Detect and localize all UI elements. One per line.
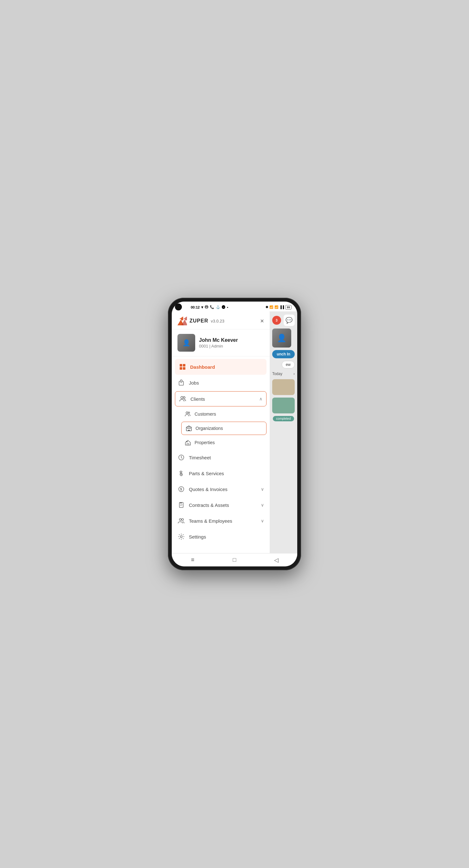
svg-rect-5 [183, 367, 185, 370]
svg-point-27 [182, 519, 183, 521]
today-label: Today [272, 372, 282, 376]
sidebar-item-quotes-invoices[interactable]: $ Quotes & Invoices ∨ [172, 481, 270, 497]
close-button[interactable]: × [260, 317, 264, 325]
sidebar-item-timesheet[interactable]: Timesheet [172, 450, 270, 465]
sidebar-item-dashboard[interactable]: Dashboard [175, 359, 266, 375]
sidebar-item-clients[interactable]: Clients ∧ [175, 391, 266, 406]
svg-rect-16 [188, 430, 190, 431]
settings-icon [177, 533, 185, 540]
zuper-wordmark: ZUPER [189, 318, 208, 324]
zuper-logo-icon [177, 316, 187, 326]
svg-rect-13 [187, 428, 188, 429]
color-block-green [272, 398, 295, 413]
user-name: John Mc Keever [199, 337, 238, 343]
time-display: 00:12 [191, 305, 200, 309]
sidebar-item-organizations[interactable]: Organizations [181, 422, 266, 435]
contracts-chevron-down-icon: ∨ [261, 502, 264, 507]
status-bar: 00:12 ▾ ⓜ 📞 ⚓ 🅐 • ✱ 📶 📶 ▐▐ 99 [172, 302, 297, 311]
phone-frame: 00:12 ▾ ⓜ 📞 ⚓ 🅐 • ✱ 📶 📶 ▐▐ 99 [168, 298, 301, 570]
clients-label: Clients [190, 396, 259, 402]
completed-area: completed [272, 416, 295, 421]
organizations-label: Organizations [196, 426, 223, 431]
svg-point-26 [179, 519, 181, 521]
status-left: 00:12 ▾ ⓜ 📞 ⚓ 🅐 • [191, 305, 228, 310]
wifi-icon: 📶 [269, 305, 273, 309]
teams-employees-icon [177, 517, 185, 525]
clients-chevron-up-icon: ∧ [259, 396, 262, 401]
jobs-icon [177, 379, 185, 386]
customers-label: Customers [195, 411, 216, 416]
battery-display: 99 [285, 305, 292, 310]
content-area: ZUPER v3.0.23 × 👤 John Mc Keever 0001 [172, 311, 297, 553]
svg-rect-19 [187, 441, 187, 442]
bottom-bar: ≡ □ ◁ [172, 553, 297, 566]
home-button[interactable]: □ [229, 554, 240, 566]
drawer-header: ZUPER v3.0.23 × [172, 311, 270, 330]
notification-badge: 3 [272, 316, 281, 325]
sidebar-item-settings[interactable]: Settings [172, 529, 270, 545]
organizations-icon [185, 425, 192, 432]
maps-icon: 🅐 [222, 305, 225, 309]
user-id: 0001 [199, 344, 208, 348]
home-icon: □ [233, 557, 236, 563]
today-row: Today › [272, 371, 295, 377]
user-details: John Mc Keever 0001 | Admin [199, 337, 238, 348]
punch-in-area: unch In [272, 350, 295, 358]
quotes-invoices-icon: $ [177, 485, 185, 493]
chat-icon-box: 💬 [284, 315, 295, 326]
menu-button[interactable]: ≡ [187, 554, 198, 566]
parts-services-label: Parts & Services [189, 471, 264, 476]
sidebar-item-teams-employees[interactable]: Teams & Employees ∨ [172, 513, 270, 529]
sidebar-item-properties[interactable]: Properties [172, 436, 270, 450]
chat-icon: 💬 [286, 317, 292, 324]
quotes-invoices-label: Quotes & Invoices [189, 487, 261, 492]
quotes-chevron-down-icon: ∨ [261, 487, 264, 492]
signal-icon-2: 📶 [274, 305, 278, 309]
back-icon: ◁ [274, 557, 279, 564]
properties-icon [184, 439, 192, 446]
svg-rect-15 [190, 428, 190, 429]
hamburger-icon: ≡ [191, 557, 195, 563]
messenger-icon: ⓜ [205, 305, 208, 310]
contracts-assets-label: Contracts & Assets [189, 502, 261, 508]
user-meta: 0001 | Admin [199, 344, 238, 348]
svg-point-11 [188, 412, 190, 414]
timesheet-label: Timesheet [189, 455, 264, 460]
behind-top: 3 💬 [272, 315, 295, 326]
svg-rect-18 [186, 441, 187, 442]
back-button[interactable]: ◁ [271, 554, 282, 566]
sidebar-item-contracts-assets[interactable]: Contracts & Assets ∨ [172, 497, 270, 513]
signal-icon-1: ▾ [201, 305, 203, 310]
timesheet-icon [177, 454, 185, 461]
color-block-tan [272, 379, 295, 395]
svg-text:$: $ [180, 488, 182, 491]
svg-rect-6 [179, 381, 183, 385]
svg-rect-4 [180, 367, 182, 370]
customers-icon [184, 410, 192, 417]
new-button[interactable]: ew [282, 361, 295, 368]
drawer-logo: ZUPER v3.0.23 [177, 316, 224, 326]
svg-rect-2 [180, 364, 182, 367]
teams-chevron-down-icon: ∨ [261, 518, 264, 523]
user-avatar-small: 👤 [272, 329, 291, 347]
parts-services-icon [177, 469, 185, 477]
jobs-label: Jobs [189, 380, 264, 385]
bars-icon: ▐▐ [280, 305, 284, 309]
nav-section: Dashboard Jobs [172, 356, 270, 547]
sidebar-item-customers[interactable]: Customers [172, 407, 270, 421]
svg-rect-3 [183, 364, 185, 367]
svg-rect-25 [180, 502, 182, 503]
today-arrow: › [293, 372, 295, 376]
user-info: 👤 John Mc Keever 0001 | Admin [172, 330, 270, 356]
settings-label: Settings [189, 534, 264, 539]
punch-in-button[interactable]: unch In [272, 350, 295, 358]
bluetooth-icon: ✱ [266, 305, 268, 309]
svg-point-9 [183, 397, 185, 399]
dashboard-label: Dashboard [190, 364, 263, 370]
behind-panel: 3 💬 👤 unch In ew Today › [270, 311, 297, 553]
sidebar-item-parts-services[interactable]: Parts & Services [172, 465, 270, 481]
dashboard-icon [179, 363, 186, 371]
sidebar-item-jobs[interactable]: Jobs [172, 375, 270, 391]
completed-badge: completed [273, 416, 294, 421]
svg-point-28 [180, 536, 182, 537]
